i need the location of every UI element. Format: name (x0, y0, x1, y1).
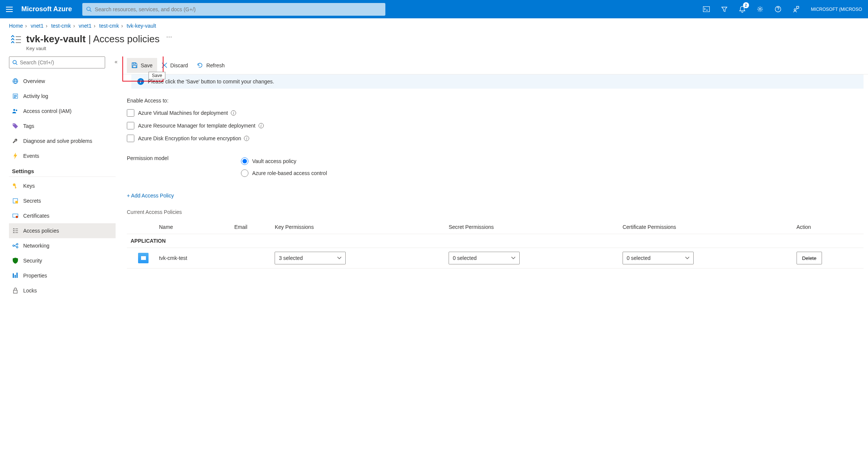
sidebar-search-input[interactable] (20, 59, 102, 65)
sidebar-item-access-policies[interactable]: Access policies (9, 223, 116, 238)
discard-button[interactable]: Discard (157, 58, 192, 73)
info-icon[interactable]: i (259, 123, 264, 128)
svg-point-22 (16, 110, 17, 111)
cloud-shell-button[interactable] (697, 0, 715, 18)
svg-point-6 (759, 8, 761, 10)
people-icon (12, 108, 19, 114)
radio-rbac-input[interactable] (241, 169, 248, 177)
brand-label[interactable]: Microsoft Azure (18, 5, 79, 13)
add-access-policy-link[interactable]: + Add Access Policy (127, 193, 174, 199)
crumb-link[interactable]: test-cmk (51, 23, 71, 29)
sidebar-nav[interactable]: Overview Activity log Access control (IA… (9, 74, 116, 457)
person-feedback-icon (793, 6, 799, 12)
key-permissions-dropdown[interactable]: 3 selected (275, 252, 346, 264)
checkbox-vm[interactable] (127, 109, 134, 117)
notifications-button[interactable]: 2 (733, 0, 751, 18)
sidebar-item-activity-log[interactable]: Activity log (9, 89, 116, 104)
sidebar: « Overview Activity log Access control (… (0, 56, 122, 457)
enable-access-vm[interactable]: Azure Virtual Machines for deploymenti (127, 107, 864, 119)
sidebar-search[interactable] (9, 56, 105, 68)
account-tenant: MICROSOFT (MICROSO (811, 7, 862, 12)
cloud-shell-icon (703, 6, 710, 12)
help-button[interactable] (769, 0, 787, 18)
sidebar-item-networking[interactable]: Networking (9, 238, 116, 253)
delete-button[interactable]: Delete (797, 252, 822, 264)
main-content: Save Discard Refresh Save i Please click… (122, 56, 868, 457)
account-info[interactable]: MICROSOFT (MICROSO (805, 7, 868, 12)
svg-rect-10 (16, 39, 21, 40)
sidebar-item-overview[interactable]: Overview (9, 74, 116, 89)
enable-access-arm[interactable]: Azure Resource Manager for template depl… (127, 119, 864, 132)
svg-rect-0 (6, 7, 13, 7)
enable-access-disk[interactable]: Azure Disk Encryption for volume encrypt… (127, 132, 864, 145)
secret-permissions-dropdown[interactable]: 0 selected (449, 252, 520, 264)
current-policies-label: Current Access Policies (127, 209, 864, 215)
svg-point-21 (13, 109, 15, 111)
menu-toggle[interactable] (0, 0, 18, 18)
radio-rbac[interactable]: Azure role-based access control (241, 167, 327, 179)
notification-badge: 2 (743, 2, 749, 8)
sidebar-item-secrets[interactable]: Secrets (9, 193, 116, 208)
sidebar-item-iam[interactable]: Access control (IAM) (9, 104, 116, 119)
gear-icon (757, 6, 763, 12)
svg-rect-26 (15, 187, 16, 188)
bolt-icon (12, 153, 19, 159)
save-button[interactable]: Save (127, 58, 157, 73)
crumb-link[interactable]: vnet1 (79, 23, 91, 29)
refresh-button[interactable]: Refresh (192, 58, 229, 73)
collapse-sidebar[interactable]: « (114, 59, 117, 65)
svg-rect-9 (16, 36, 21, 37)
page-title: tvk-key-vault | Access policies (26, 33, 159, 45)
crumb-link[interactable]: Home (9, 23, 23, 29)
settings-button[interactable] (751, 0, 769, 18)
help-icon (775, 6, 781, 12)
feedback-button[interactable] (787, 0, 805, 18)
crumb-link[interactable]: tvk-key-vault (126, 23, 156, 29)
checkbox-arm[interactable] (127, 122, 134, 129)
key-icon (12, 183, 19, 189)
sidebar-item-diagnose[interactable]: Diagnose and solve problems (9, 134, 116, 148)
chevron-down-icon (511, 257, 516, 260)
svg-rect-5 (703, 7, 709, 12)
svg-rect-37 (13, 273, 14, 278)
info-icon[interactable]: i (231, 110, 236, 116)
shield-icon (12, 257, 19, 264)
save-tooltip: Save (149, 72, 165, 79)
table-row: tvk-cmk-test 3 selected 0 selected 0 sel… (127, 248, 864, 269)
crumb-link[interactable]: vnet1 (31, 23, 43, 29)
sidebar-item-security[interactable]: Security (9, 253, 116, 268)
global-search-input[interactable] (95, 6, 382, 12)
group-application: APPLICATION (127, 234, 864, 248)
radio-vault-policy[interactable]: Vault access policy (241, 155, 327, 167)
lock-icon (12, 287, 19, 294)
more-actions[interactable]: ⋯ (166, 33, 172, 40)
properties-icon (12, 272, 19, 279)
cert-permissions-dropdown[interactable]: 0 selected (623, 252, 694, 264)
info-banner-text: Please click the 'Save' button to commit… (148, 79, 274, 85)
filter-icon (721, 6, 727, 12)
crumb-link[interactable]: test-cmk (99, 23, 119, 29)
svg-rect-20 (14, 97, 16, 98)
sidebar-group-settings: Settings (9, 163, 116, 177)
col-email: Email (232, 220, 272, 234)
page-heading: tvk-key-vault | Access policies Key vaul… (0, 31, 868, 56)
application-icon (138, 253, 149, 263)
info-icon[interactable]: i (244, 136, 249, 141)
sidebar-item-events[interactable]: Events (9, 148, 116, 163)
filter-button[interactable] (715, 0, 733, 18)
svg-rect-11 (16, 42, 21, 43)
radio-vault[interactable] (241, 157, 248, 165)
tag-icon (12, 123, 19, 129)
sidebar-item-keys[interactable]: Keys (9, 178, 116, 193)
permission-model-label: Permission model (127, 155, 241, 179)
save-icon (131, 62, 138, 68)
sidebar-item-locks[interactable]: Locks (9, 283, 116, 298)
sidebar-item-properties[interactable]: Properties (9, 268, 116, 283)
checkbox-disk[interactable] (127, 135, 134, 142)
global-search[interactable] (82, 3, 385, 16)
chevron-down-icon (337, 257, 342, 260)
sidebar-item-certificates[interactable]: Certificates (9, 208, 116, 223)
top-bar: Microsoft Azure 2 MICROSOFT (MICROSO (0, 0, 868, 18)
sidebar-item-tags[interactable]: Tags (9, 119, 116, 134)
chevron-down-icon (685, 257, 690, 260)
